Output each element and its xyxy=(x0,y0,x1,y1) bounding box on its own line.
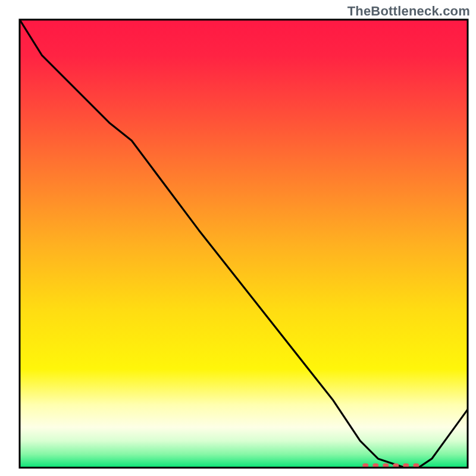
plot-background xyxy=(20,20,468,468)
bottleneck-chart xyxy=(0,0,476,476)
chart-stage: TheBottleneck.com xyxy=(0,0,476,476)
